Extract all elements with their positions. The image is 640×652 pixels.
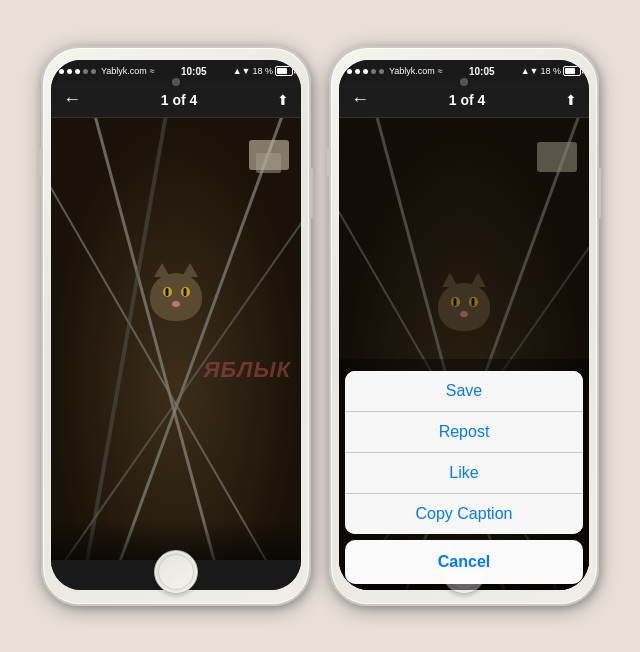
speaker-left xyxy=(172,78,180,86)
battery-fill-left xyxy=(277,68,287,74)
signal-dot-1r xyxy=(347,69,352,74)
action-copy-caption-button[interactable]: Copy Caption xyxy=(345,494,583,534)
phone-screen-right: Yablyk.com ≈ 10:05 ▲▼ 18 % ← 1 of 4 ⬆ xyxy=(339,60,589,590)
action-cancel-button[interactable]: Cancel xyxy=(345,540,583,584)
battery-icon-left xyxy=(275,66,293,76)
signal-dot-3r xyxy=(363,69,368,74)
signal-arrows-left: ▲▼ xyxy=(233,66,251,76)
home-button-left[interactable] xyxy=(154,550,198,594)
cat-ear-left-left xyxy=(154,263,170,277)
signal-dot-5r xyxy=(379,69,384,74)
signal-dot-4 xyxy=(83,69,88,74)
phone-frame-left: Yablyk.com ≈ 10:05 ▲▼ 18 % ← 1 of 4 ⬆ xyxy=(41,46,311,606)
signal-dot-3 xyxy=(75,69,80,74)
action-sheet: Save Repost Like Copy Caption Cancel xyxy=(339,359,589,590)
home-button-inner-left xyxy=(158,554,194,590)
carrier-label-left: Yablyk.com xyxy=(101,66,147,76)
battery-pct-right: 18 % xyxy=(540,66,561,76)
nav-title-right: 1 of 4 xyxy=(449,92,486,108)
signal-dot-5 xyxy=(91,69,96,74)
status-right-right: ▲▼ 18 % xyxy=(521,66,581,76)
action-repost-button[interactable]: Repost xyxy=(345,412,583,453)
action-sheet-group: Save Repost Like Copy Caption xyxy=(345,371,583,534)
nav-bar-right: ← 1 of 4 ⬆ xyxy=(339,82,589,118)
status-right-left: ▲▼ 18 % xyxy=(233,66,293,76)
cat-eye-l-left xyxy=(163,287,172,297)
watermark-left: ЯБЛЫК xyxy=(203,357,291,383)
cat-nose-left xyxy=(172,301,180,307)
share-button-right[interactable]: ⬆ xyxy=(565,92,577,108)
phone-screen-left: Yablyk.com ≈ 10:05 ▲▼ 18 % ← 1 of 4 ⬆ xyxy=(51,60,301,590)
share-button-left[interactable]: ⬆ xyxy=(277,92,289,108)
time-left: 10:05 xyxy=(181,66,207,77)
cat-background-left xyxy=(51,118,301,560)
cat-eye-r-left xyxy=(181,287,190,297)
battery-icon-right xyxy=(563,66,581,76)
signal-dot-2r xyxy=(355,69,360,74)
nav-title-left: 1 of 4 xyxy=(161,92,198,108)
action-like-button[interactable]: Like xyxy=(345,453,583,494)
signal-dot-2 xyxy=(67,69,72,74)
battery-pct-left: 18 % xyxy=(252,66,273,76)
cat-head-left xyxy=(150,273,202,321)
cat-ear-right-left xyxy=(182,263,198,277)
action-save-button[interactable]: Save xyxy=(345,371,583,412)
nav-bar-left: ← 1 of 4 ⬆ xyxy=(51,82,301,118)
photo-area-left: ЯБЛЫК xyxy=(51,118,301,560)
signal-dot-4r xyxy=(371,69,376,74)
carrier-label-right: Yablyk.com xyxy=(389,66,435,76)
status-left-left: Yablyk.com ≈ xyxy=(59,66,155,76)
speaker-right xyxy=(460,78,468,86)
wifi-icon-right: ≈ xyxy=(438,66,443,76)
signal-arrows-right: ▲▼ xyxy=(521,66,539,76)
right-phone: Yablyk.com ≈ 10:05 ▲▼ 18 % ← 1 of 4 ⬆ xyxy=(329,46,599,606)
cat-face-left xyxy=(146,273,206,328)
bg-item2-left xyxy=(256,153,281,173)
left-phone: Yablyk.com ≈ 10:05 ▲▼ 18 % ← 1 of 4 ⬆ xyxy=(41,46,311,606)
photo-area-right: ЯБЛЫК Save Repost Like Copy Caption Canc… xyxy=(339,118,589,590)
back-button-right[interactable]: ← xyxy=(351,89,369,110)
signal-dot-1 xyxy=(59,69,64,74)
time-right: 10:05 xyxy=(469,66,495,77)
status-left-right: Yablyk.com ≈ xyxy=(347,66,443,76)
phone-frame-right: Yablyk.com ≈ 10:05 ▲▼ 18 % ← 1 of 4 ⬆ xyxy=(329,46,599,606)
back-button-left[interactable]: ← xyxy=(63,89,81,110)
wifi-icon-left: ≈ xyxy=(150,66,155,76)
battery-fill-right xyxy=(565,68,575,74)
